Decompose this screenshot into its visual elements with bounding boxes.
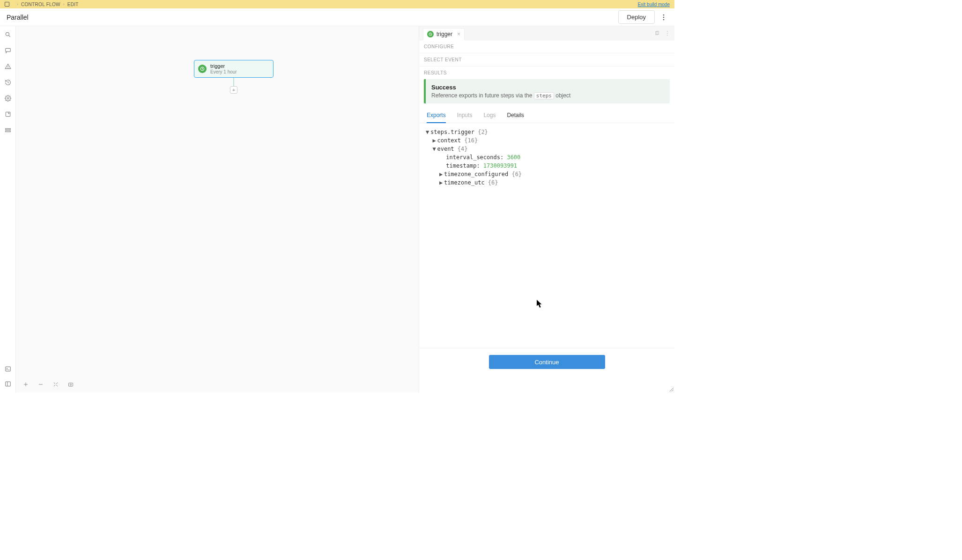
node-connector [233,78,234,87]
caret-right-icon[interactable]: ▶ [432,136,437,145]
breadcrumb-control-flow[interactable]: CONTROL FLOW [21,2,60,7]
tree-row-tz-configured[interactable]: ▶timezone_configured {6} [426,170,668,178]
workflow-canvas[interactable]: trigger Every 1 hour + [16,26,419,392]
svg-rect-9 [6,112,10,116]
panel-more-icon[interactable] [664,30,671,37]
node-subtitle: Every 1 hour [210,69,237,74]
svg-point-0 [663,14,665,15]
svg-point-1 [663,16,665,18]
success-desc-code: steps [534,92,554,99]
build-mode-banner: › CONTROL FLOW › EDIT Exit build mode [0,0,674,8]
trigger-node[interactable]: trigger Every 1 hour [194,60,274,78]
section-select-event[interactable]: SELECT EVENT [419,53,674,66]
more-menu-button[interactable] [659,11,668,24]
subtab-logs[interactable]: Logs [483,108,496,123]
section-configure[interactable]: CONFIGURE [419,40,674,53]
success-description: Reference exports in future steps via th… [431,92,664,99]
data-store-icon[interactable] [4,111,12,118]
success-banner: Success Reference exports in future step… [424,79,670,103]
comment-icon[interactable] [4,47,12,54]
chevron-right-icon: › [63,2,65,7]
svg-point-3 [6,32,9,36]
results-subtabs: Exports Inputs Logs Details [419,108,674,123]
continue-wrap: Continue [419,348,674,392]
svg-rect-10 [5,129,10,130]
svg-point-2 [663,19,665,20]
main-area: trigger Every 1 hour + [0,26,674,392]
panel-toggle-icon[interactable] [4,380,12,388]
continue-button[interactable]: Continue [489,355,605,369]
svg-point-8 [7,97,9,99]
tree-row-event[interactable]: ▼event {4} [426,145,668,153]
resize-grip-icon [669,387,673,391]
workflow-title: Parallel [7,14,29,21]
search-icon[interactable] [4,31,12,38]
breadcrumb-edit[interactable]: EDIT [67,2,79,7]
svg-rect-20 [69,383,73,386]
success-desc-pre: Reference exports in future steps via th… [431,92,534,99]
svg-rect-11 [5,131,10,132]
panel-tab-close[interactable]: × [457,31,460,37]
svg-point-21 [70,384,72,385]
success-desc-post: object [554,92,570,99]
subtab-details[interactable]: Details [507,108,524,123]
svg-rect-12 [5,367,10,371]
exports-tree: ▼steps.trigger {2} ▶context {16} ▼event … [419,123,674,192]
workflow-header: Parallel Deploy [0,8,674,26]
logo-cube-icon [5,2,9,7]
caret-right-icon[interactable]: ▶ [439,170,444,178]
svg-rect-5 [5,48,10,52]
panel-tab-label: trigger [437,31,452,37]
svg-point-7 [7,68,8,68]
panel-tab-trigger[interactable]: trigger × [423,28,465,40]
chevron-right-icon: › [17,2,18,7]
results-label: RESULTS [419,66,674,79]
tree-row-root[interactable]: ▼steps.trigger {2} [426,128,668,136]
svg-point-25 [667,30,668,31]
left-icon-rail [0,26,16,392]
svg-point-26 [667,32,668,33]
fit-view-button[interactable] [52,381,59,388]
node-title: trigger [210,63,237,69]
zoom-in-button[interactable] [22,381,29,388]
zoom-out-button[interactable] [37,381,44,388]
svg-line-4 [8,36,10,37]
tree-row-tz-utc[interactable]: ▶timezone_utc {6} [426,178,668,187]
subtab-inputs[interactable]: Inputs [457,108,473,123]
caret-down-icon[interactable]: ▼ [432,145,437,153]
success-title: Success [431,84,664,91]
tree-row-timestamp[interactable]: timestamp: 1730093991 [426,162,668,170]
tree-row-interval[interactable]: interval_seconds: 3600 [426,153,668,162]
add-step-button[interactable]: + [230,86,237,94]
inspector-panel: trigger × CONFIGURE SELECT EVENT RESULTS… [419,26,674,392]
svg-line-29 [672,390,673,391]
deploy-button[interactable]: Deploy [618,10,655,24]
caret-down-icon[interactable]: ▼ [426,128,430,136]
canvas-controls [22,381,74,388]
variables-icon[interactable] [4,126,12,134]
svg-line-28 [670,388,673,391]
copy-step-icon[interactable] [654,30,660,37]
panel-tabbar: trigger × [419,26,674,40]
subtab-exports[interactable]: Exports [427,108,446,123]
svg-point-27 [667,35,668,36]
svg-rect-14 [5,382,10,386]
history-icon[interactable] [4,79,12,86]
schedule-icon [198,65,207,73]
schedule-icon [427,31,434,37]
tree-row-context[interactable]: ▶context {16} [426,136,668,145]
caret-right-icon[interactable]: ▶ [439,178,444,187]
exit-build-mode-link[interactable]: Exit build mode [638,2,670,7]
warning-icon[interactable] [4,63,12,70]
terminal-icon[interactable] [4,365,12,373]
section-results: RESULTS Success Reference exports in fut… [419,66,674,392]
settings-icon[interactable] [4,95,12,102]
screenshot-button[interactable] [67,381,74,388]
